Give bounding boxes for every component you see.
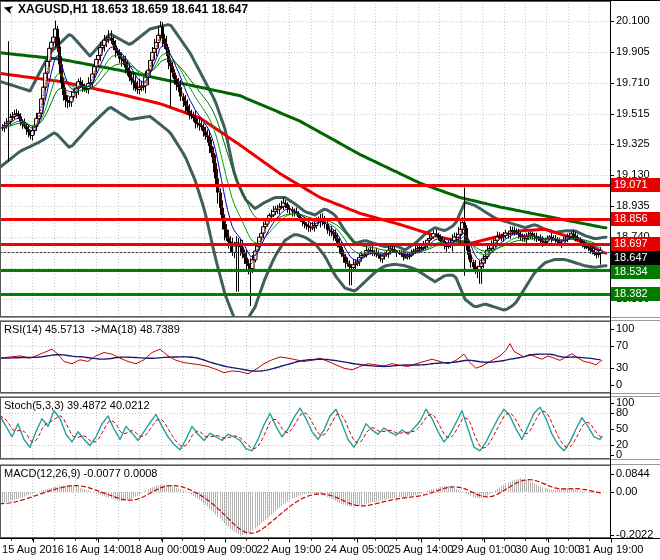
chart-title: XAGUSD,H1 18.653 18.659 18.641 18.647	[18, 2, 248, 16]
time-axis-label: 19 Aug 09:00	[190, 543, 260, 555]
price-tick-label: 19.905	[616, 45, 650, 57]
stochastic-indicator-label: Stoch(5,3,3) 39.4872 40.0212	[4, 399, 150, 411]
price-level-badge: 18.697	[611, 237, 660, 251]
macd-tick-label: 0.00	[616, 485, 637, 497]
time-axis-label: 15 Aug 2016	[0, 543, 68, 555]
ohlc-values: 18.653 18.659 18.641 18.647	[91, 2, 248, 16]
time-axis-label: 16 Aug 14:00	[63, 543, 133, 555]
time-axis-label: 30 Aug 10:00	[513, 543, 583, 555]
price-tick-label: 19.710	[616, 76, 650, 88]
stoch-tick-label: 80	[616, 406, 628, 418]
time-axis-label: 22 Aug 19:00	[254, 543, 324, 555]
time-axis-label: 24 Aug 05:00	[322, 543, 392, 555]
symbol-period-label: XAGUSD,H1	[18, 2, 88, 16]
stoch-tick-label: 50	[616, 422, 628, 434]
time-axis-label: 31 Aug 19:00	[576, 543, 646, 555]
price-level-badge: 18.382	[611, 287, 660, 301]
price-level-badge: 18.534	[611, 265, 660, 279]
price-level-badge: 19.071	[611, 178, 660, 192]
rsi-indicator-label: RSI(14) 45.5713 ->MA(18) 48.7389	[4, 323, 180, 335]
macd-indicator-label: MACD(12,26,9) -0.0077 0.0008	[4, 467, 157, 479]
time-axis-label: 29 Aug 01:00	[449, 543, 519, 555]
stoch-tick-label: 0	[616, 448, 622, 460]
macd-tick-label: -0.2022	[616, 528, 653, 540]
price-tick-label: 19.515	[616, 107, 650, 119]
rsi-tick-label: 0	[616, 378, 622, 390]
time-axis-label: 25 Aug 14:00	[386, 543, 456, 555]
price-level-badge: 18.856	[611, 212, 660, 226]
rsi-tick-label: 30	[616, 361, 628, 373]
price-level-badge: 18.647	[611, 251, 660, 265]
price-tick-label: 19.325	[616, 137, 650, 149]
trading-chart-window: ➤ XAGUSD,H1 18.653 18.659 18.641 18.647 …	[0, 0, 660, 560]
price-tick-label: 18.935	[616, 199, 650, 211]
rsi-tick-label: 70	[616, 339, 628, 351]
time-axis-label: 18 Aug 00:00	[127, 543, 197, 555]
price-tick-label: 20.100	[616, 14, 650, 26]
macd-tick-label: 0.0844	[616, 467, 650, 479]
rsi-tick-label: 100	[616, 322, 634, 334]
